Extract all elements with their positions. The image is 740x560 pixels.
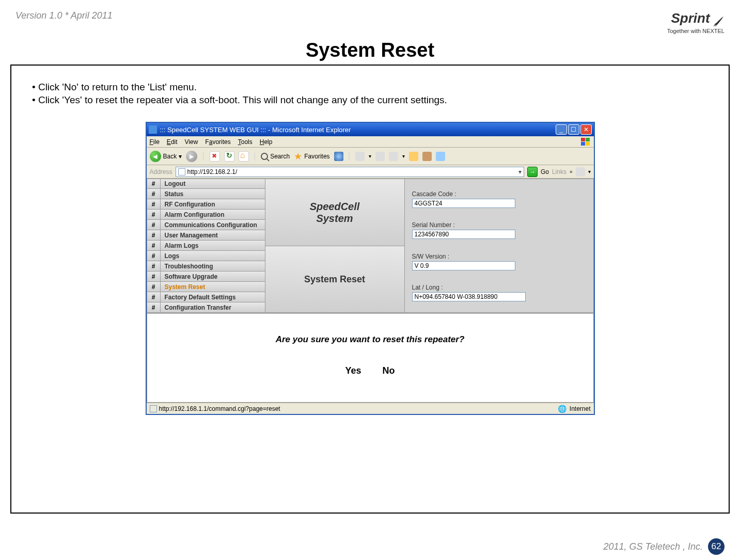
nav-item-alarm-configuration[interactable]: #Alarm Configuration [147, 210, 265, 220]
instruction-bullets: • Click 'No' to return to the 'List' men… [32, 81, 708, 106]
nav-label: Configuration Transfer [161, 304, 231, 311]
nav-label: Troubleshooting [161, 263, 213, 270]
mail-icon[interactable] [355, 152, 365, 161]
nav-item-troubleshooting[interactable]: #Troubleshooting [147, 261, 265, 271]
bullet-2: • Click 'Yes' to reset the repeater via … [32, 94, 708, 107]
security-icon[interactable] [576, 167, 585, 177]
latlong-label: Lat / Long : [412, 284, 586, 291]
star-icon: ★ [294, 151, 302, 162]
ie-titlebar: ::: SpeedCell SYSTEM WEB GUI ::: - Micro… [147, 123, 594, 136]
hash-icon: # [147, 220, 161, 230]
address-input[interactable]: http://192.168.2.1/ ▾ [176, 167, 524, 177]
nav-label: Alarm Logs [161, 242, 199, 249]
nav-label: Factory Default Settings [161, 294, 236, 301]
menu-edit[interactable]: Edit [167, 138, 178, 146]
back-button[interactable]: ◄Back ▾ [150, 151, 182, 162]
hash-icon: # [147, 230, 161, 240]
home-icon[interactable] [239, 151, 249, 162]
messenger-icon[interactable] [436, 152, 445, 161]
refresh-icon[interactable] [224, 151, 234, 162]
globe-icon: 🌐 [558, 405, 566, 413]
nav-label: Software Upgrade [161, 273, 218, 280]
latlong-input[interactable]: N+094.657840 W-038.918890 [412, 292, 526, 301]
menu-tools[interactable]: Tools [238, 138, 253, 146]
sprint-logo: Sprint Together with NEXTEL [667, 10, 725, 34]
maximize-button[interactable]: ☐ [568, 124, 579, 135]
sw-input[interactable]: V 0.9 [412, 261, 515, 270]
hash-icon: # [147, 271, 161, 281]
forward-button[interactable]: ► [186, 151, 197, 162]
window-title: ::: SpeedCell SYSTEM WEB GUI ::: - Micro… [160, 126, 555, 134]
serial-label: Serial Number : [412, 221, 586, 229]
hash-icon: # [147, 302, 161, 312]
nav-item-rf-configuration[interactable]: #RF Configuration [147, 199, 265, 210]
nav-item-software-upgrade[interactable]: #Software Upgrade [147, 271, 265, 282]
search-button[interactable]: Search [261, 153, 290, 160]
links-label[interactable]: Links [552, 168, 566, 175]
research-icon[interactable] [422, 152, 432, 161]
nav-item-logout[interactable]: #Logout [147, 179, 265, 189]
nav-label: Status [161, 190, 184, 198]
svg-rect-3 [586, 142, 590, 146]
serial-input[interactable]: 1234567890 [412, 230, 515, 239]
hash-icon: # [147, 251, 161, 261]
hash-icon: # [147, 292, 161, 302]
nav-item-configuration-transfer[interactable]: #Configuration Transfer [147, 302, 265, 313]
minimize-button[interactable]: _ [556, 124, 567, 135]
hash-icon: # [147, 261, 161, 271]
menu-help[interactable]: Help [260, 138, 273, 146]
nav-item-communications-configuration[interactable]: #Communications Configuration [147, 220, 265, 230]
ie-addressbar: Address http://192.168.2.1/ ▾ → Go Links… [147, 165, 594, 179]
nav-item-system-reset[interactable]: #System Reset [147, 282, 265, 292]
status-zone: Internet [570, 405, 591, 412]
nav-label: Logs [161, 252, 180, 260]
hash-icon: # [147, 189, 161, 199]
close-button[interactable]: ✕ [580, 124, 592, 135]
center-title: SpeedCellSystem [265, 179, 404, 246]
status-page-icon [150, 405, 157, 412]
brand-tagline: Together with NEXTEL [667, 28, 725, 34]
nav-label: Logout [161, 180, 186, 187]
ie-menubar: File Edit View Favorites Tools Help [147, 136, 594, 148]
gui-center-panel: SpeedCellSystem System Reset [265, 179, 405, 313]
nav-item-user-management[interactable]: #User Management [147, 230, 265, 241]
url-text: http://192.168.2.1/ [187, 168, 238, 175]
hash-icon: # [147, 241, 161, 250]
print-icon[interactable] [375, 152, 385, 161]
hash-icon: # [147, 210, 161, 219]
nav-item-status[interactable]: #Status [147, 189, 265, 199]
search-icon [261, 153, 268, 160]
gui-info-panel: Cascade Code : 4GGST24 Serial Number : 1… [405, 179, 594, 313]
brand-name: Sprint [671, 10, 710, 26]
yes-button[interactable]: Yes [345, 365, 361, 376]
go-label: Go [541, 168, 549, 175]
nav-item-factory-default-settings[interactable]: #Factory Default Settings [147, 292, 265, 302]
nav-label: User Management [161, 232, 218, 239]
gui-nav: #Logout#Status#RF Configuration#Alarm Co… [147, 179, 265, 313]
nav-item-alarm-logs[interactable]: #Alarm Logs [147, 241, 265, 251]
nav-item-logs[interactable]: #Logs [147, 251, 265, 261]
menu-file[interactable]: File [150, 138, 160, 146]
sprint-fan-icon [712, 15, 725, 28]
ie-statusbar: http://192.168.1.1/command.cgi?page=rese… [147, 403, 594, 414]
menu-view[interactable]: View [185, 138, 198, 146]
nav-label: RF Configuration [161, 201, 215, 208]
page-icon [178, 168, 185, 175]
cascade-label: Cascade Code : [412, 190, 586, 198]
version-text: Version 1.0 * April 2011 [15, 10, 113, 21]
favorites-button[interactable]: ★Favorites [294, 151, 329, 162]
folder-icon[interactable] [409, 152, 418, 161]
prompt-question: Are you sure you want to reset this repe… [147, 334, 593, 345]
edit-icon[interactable] [389, 152, 398, 161]
copyright-text: 2011, GS Teletech , Inc. [604, 541, 703, 552]
history-icon[interactable] [334, 152, 343, 161]
go-button[interactable]: → [527, 167, 538, 177]
cascade-input[interactable]: 4GGST24 [412, 199, 515, 208]
sw-label: S/W Version : [412, 253, 586, 260]
hash-icon: # [147, 199, 161, 209]
bullet-1: • Click 'No' to return to the 'List' men… [32, 81, 708, 94]
stop-icon[interactable] [210, 151, 220, 162]
no-button[interactable]: No [383, 365, 395, 376]
svg-rect-2 [581, 142, 585, 146]
menu-favorites[interactable]: Favorites [205, 138, 230, 146]
